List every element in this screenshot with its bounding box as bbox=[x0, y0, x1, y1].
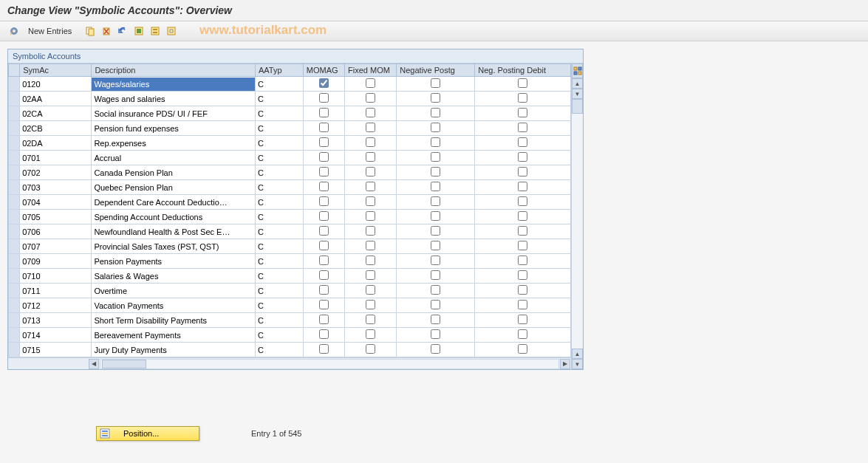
symac-input[interactable] bbox=[20, 92, 91, 106]
negd-checkbox[interactable] bbox=[518, 315, 527, 324]
momag-checkbox[interactable] bbox=[319, 93, 329, 103]
symac-input[interactable] bbox=[20, 314, 91, 327]
negp-checkbox[interactable] bbox=[431, 167, 440, 176]
description-input[interactable] bbox=[92, 225, 255, 239]
negp-checkbox[interactable] bbox=[431, 182, 440, 191]
momag-checkbox[interactable] bbox=[319, 329, 329, 339]
momag-checkbox[interactable] bbox=[319, 108, 329, 117]
fmom-checkbox[interactable] bbox=[366, 211, 375, 221]
vscroll-track[interactable] bbox=[572, 99, 583, 349]
hscroll-right-icon[interactable]: ▶ bbox=[560, 359, 570, 369]
negd-checkbox[interactable] bbox=[518, 78, 527, 88]
symac-input[interactable] bbox=[20, 122, 91, 135]
momag-checkbox[interactable] bbox=[319, 182, 329, 191]
hscroll-left-icon[interactable]: ◀ bbox=[89, 359, 99, 369]
description-input[interactable] bbox=[92, 299, 255, 312]
col-fixed-mom[interactable]: Fixed MOM bbox=[345, 64, 397, 77]
row-selector[interactable] bbox=[9, 77, 20, 92]
symac-input[interactable] bbox=[20, 166, 91, 179]
symac-input[interactable] bbox=[20, 343, 91, 357]
negp-checkbox[interactable] bbox=[431, 137, 440, 147]
symac-input[interactable] bbox=[20, 270, 91, 283]
row-selector[interactable] bbox=[9, 313, 20, 328]
momag-checkbox[interactable] bbox=[319, 285, 329, 295]
horizontal-scrollbar[interactable]: ◀ ▶ bbox=[8, 357, 571, 369]
row-selector[interactable] bbox=[9, 106, 20, 121]
momag-checkbox[interactable] bbox=[319, 226, 329, 236]
description-input[interactable] bbox=[92, 270, 255, 283]
negd-checkbox[interactable] bbox=[518, 226, 527, 236]
row-selector-header[interactable] bbox=[9, 64, 20, 77]
description-input[interactable] bbox=[92, 92, 255, 106]
row-selector[interactable] bbox=[9, 328, 20, 343]
row-selector[interactable] bbox=[9, 269, 20, 284]
negp-checkbox[interactable] bbox=[431, 78, 440, 88]
aatyp-input[interactable] bbox=[256, 255, 303, 268]
aatyp-input[interactable] bbox=[256, 107, 303, 120]
momag-checkbox[interactable] bbox=[319, 255, 329, 265]
delete-icon[interactable] bbox=[100, 24, 113, 38]
col-neg-debit[interactable]: Neg. Posting Debit bbox=[475, 64, 571, 77]
description-input[interactable] bbox=[92, 314, 255, 327]
fmom-checkbox[interactable] bbox=[366, 182, 375, 191]
momag-checkbox[interactable] bbox=[319, 123, 329, 132]
fmom-checkbox[interactable] bbox=[366, 93, 375, 103]
deselect-all-icon[interactable] bbox=[165, 24, 178, 38]
negd-checkbox[interactable] bbox=[518, 270, 527, 280]
fmom-checkbox[interactable] bbox=[366, 78, 375, 88]
position-button[interactable]: Position... bbox=[96, 426, 199, 441]
negp-checkbox[interactable] bbox=[431, 226, 440, 236]
row-selector[interactable] bbox=[9, 195, 20, 210]
negd-checkbox[interactable] bbox=[518, 211, 527, 221]
negd-checkbox[interactable] bbox=[518, 241, 527, 250]
momag-checkbox[interactable] bbox=[319, 315, 329, 324]
negp-checkbox[interactable] bbox=[431, 329, 440, 339]
toggle-display-icon[interactable] bbox=[7, 24, 21, 38]
negp-checkbox[interactable] bbox=[431, 123, 440, 132]
aatyp-input[interactable] bbox=[256, 92, 303, 106]
col-neg-postg[interactable]: Negative Postg bbox=[397, 64, 475, 77]
select-block-icon[interactable] bbox=[148, 24, 162, 38]
row-selector[interactable] bbox=[9, 239, 20, 254]
symac-input[interactable] bbox=[20, 151, 91, 165]
description-input[interactable] bbox=[92, 151, 255, 165]
fmom-checkbox[interactable] bbox=[366, 108, 375, 117]
aatyp-input[interactable] bbox=[256, 299, 303, 312]
col-description[interactable]: Description bbox=[92, 64, 256, 77]
row-selector[interactable] bbox=[9, 92, 20, 106]
aatyp-input[interactable] bbox=[256, 151, 303, 165]
negd-checkbox[interactable] bbox=[518, 182, 527, 191]
description-input[interactable] bbox=[92, 166, 255, 179]
negp-checkbox[interactable] bbox=[431, 344, 440, 354]
vscroll-up2-icon[interactable]: ▲ bbox=[572, 349, 583, 359]
negp-checkbox[interactable] bbox=[431, 315, 440, 324]
fmom-checkbox[interactable] bbox=[366, 152, 375, 162]
aatyp-input[interactable] bbox=[256, 137, 303, 150]
row-selector[interactable] bbox=[9, 165, 20, 180]
negp-checkbox[interactable] bbox=[431, 152, 440, 162]
fmom-checkbox[interactable] bbox=[366, 226, 375, 236]
symac-input[interactable] bbox=[20, 107, 91, 120]
row-selector[interactable] bbox=[9, 224, 20, 239]
momag-checkbox[interactable] bbox=[319, 152, 329, 162]
momag-checkbox[interactable] bbox=[319, 196, 329, 206]
fmom-checkbox[interactable] bbox=[366, 241, 375, 250]
momag-checkbox[interactable] bbox=[319, 344, 329, 354]
row-selector[interactable] bbox=[9, 284, 20, 298]
negp-checkbox[interactable] bbox=[431, 211, 440, 221]
negd-checkbox[interactable] bbox=[518, 123, 527, 132]
description-input[interactable] bbox=[92, 122, 255, 135]
momag-checkbox[interactable] bbox=[319, 137, 329, 147]
symac-input[interactable] bbox=[20, 210, 91, 224]
description-input[interactable] bbox=[92, 78, 255, 91]
negp-checkbox[interactable] bbox=[431, 255, 440, 265]
description-input[interactable] bbox=[92, 181, 255, 194]
fmom-checkbox[interactable] bbox=[366, 285, 375, 295]
fmom-checkbox[interactable] bbox=[366, 344, 375, 354]
description-input[interactable] bbox=[92, 240, 255, 253]
momag-checkbox[interactable] bbox=[319, 78, 329, 88]
symac-input[interactable] bbox=[20, 225, 91, 239]
col-momag[interactable]: MOMAG bbox=[303, 64, 344, 77]
description-input[interactable] bbox=[92, 329, 255, 342]
vscroll-thumb[interactable] bbox=[572, 99, 583, 114]
